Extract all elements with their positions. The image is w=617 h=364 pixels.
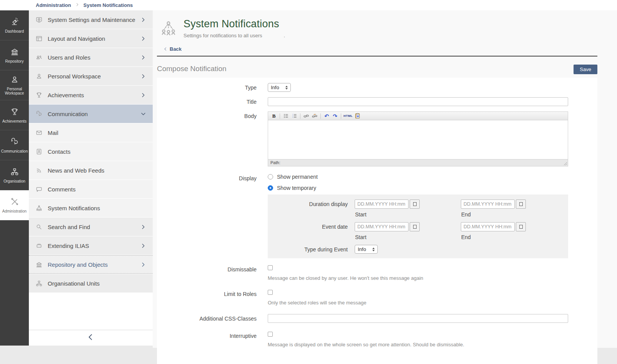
show-permanent-label: Show permanent — [277, 174, 318, 180]
rail-item-achievements[interactable]: Achievements — [0, 100, 29, 130]
menu-item-comments[interactable]: Comments — [29, 180, 153, 198]
toolbar-separator — [341, 113, 341, 119]
chevron-right-icon — [140, 261, 147, 268]
menu-item-communication[interactable]: Communication — [29, 105, 153, 123]
menu-item-search-and-find[interactable]: Search and Find — [29, 218, 153, 236]
menu-item-mail[interactable]: Mail — [29, 123, 153, 142]
achievements-icon — [10, 107, 19, 117]
rail-item-dashboard[interactable]: Dashboard — [0, 10, 29, 40]
title-input[interactable] — [268, 97, 568, 106]
type-during-event-select[interactable]: Info — [355, 245, 378, 254]
rail-item-repository[interactable]: Repository — [0, 40, 29, 70]
menu-item-system-notifications[interactable]: System Notifications — [29, 199, 153, 217]
calendar-button[interactable] — [516, 222, 526, 231]
menu-item-label: Repository and Objects — [48, 261, 140, 268]
menu-item-label: News and Web Feeds — [48, 167, 147, 174]
rail-label: Communication — [1, 149, 28, 153]
back-link[interactable]: Back — [163, 46, 182, 52]
show-temporary-radio[interactable] — [268, 185, 273, 191]
calendar-button[interactable] — [410, 222, 420, 231]
rail-item-administration[interactable]: Administration — [0, 190, 29, 220]
toolbar-separator — [300, 113, 300, 119]
contacts-icon — [35, 148, 43, 155]
menu-item-contacts[interactable]: Contacts — [29, 142, 153, 161]
breadcrumb-administration[interactable]: Administration — [36, 2, 71, 8]
duration-end-input[interactable] — [461, 199, 515, 209]
menu-item-news-web-feeds[interactable]: News and Web Feeds — [29, 161, 153, 180]
menu-item-label: Users and Roles — [48, 54, 140, 61]
mail-icon — [35, 129, 43, 136]
comments-icon — [35, 185, 43, 193]
dismissable-help: Message can be closed by any user. He wo… — [268, 275, 568, 281]
bold-icon[interactable]: B — [270, 113, 278, 120]
menu-item-extending-ilias[interactable]: Extending ILIAS — [29, 236, 153, 255]
menu-item-achievements[interactable]: Achievements — [29, 86, 153, 104]
event-end-caption: End — [461, 234, 527, 240]
editor-toolbar: B ↶ ↷ HTML W — [268, 112, 568, 120]
undo-icon[interactable]: ↶ — [323, 113, 330, 120]
menu-item-label: System Settings and Maintenance — [48, 17, 140, 23]
calendar-button[interactable] — [516, 199, 526, 209]
calendar-button[interactable] — [410, 199, 420, 209]
menu-item-layout-navigation[interactable]: Layout and Navigation — [29, 29, 153, 48]
event-start-input[interactable] — [355, 222, 409, 231]
breadcrumb-system-notifications[interactable]: System Notifications — [83, 2, 133, 8]
remove-link-icon[interactable] — [311, 113, 319, 120]
rail-item-organisation[interactable]: Organisation — [0, 160, 29, 190]
svg-text:W: W — [357, 115, 359, 118]
editor-body[interactable] — [268, 120, 568, 159]
redo-icon[interactable]: ↷ — [331, 113, 339, 120]
menu-item-personal-workspace[interactable]: Personal Workspace — [29, 67, 153, 85]
menu-item-label: Mail — [48, 130, 147, 136]
interruptive-checkbox[interactable] — [268, 332, 273, 337]
org-units-icon — [35, 279, 43, 287]
interruptive-label: Interruptive — [157, 331, 268, 347]
type-during-event-value: Info — [358, 246, 366, 252]
system-notifications-icon — [35, 204, 43, 212]
calendar-icon — [413, 225, 417, 229]
show-permanent-radio[interactable] — [268, 174, 273, 180]
menu-item-label: Layout and Navigation — [48, 35, 140, 42]
calendar-icon — [519, 225, 523, 229]
duration-start-input[interactable] — [355, 199, 409, 209]
dismissable-checkbox[interactable] — [268, 265, 273, 270]
additional-css-input[interactable] — [268, 314, 568, 323]
calendar-icon — [519, 202, 523, 206]
menu-item-label: Achievements — [48, 92, 140, 98]
rail-item-communication[interactable]: Communication — [0, 130, 29, 160]
system-notifications-icon — [160, 20, 177, 37]
back-label: Back — [170, 46, 182, 52]
save-button[interactable]: Save — [574, 65, 597, 74]
insert-link-icon[interactable] — [302, 113, 310, 120]
page-header: System Notifications Settings for notifi… — [157, 15, 597, 45]
chevron-right-icon — [140, 91, 147, 98]
personal-workspace-icon — [35, 72, 43, 80]
news-feeds-icon — [35, 166, 43, 174]
select-arrows-icon — [372, 248, 375, 251]
limit-to-roles-checkbox[interactable] — [268, 290, 273, 295]
html-source-icon[interactable]: HTML — [343, 113, 353, 120]
rich-text-editor: B ↶ ↷ HTML W — [268, 111, 568, 166]
duration-display-label: Duration display — [268, 199, 355, 222]
unordered-list-icon[interactable] — [282, 113, 290, 120]
event-end-input[interactable] — [461, 222, 515, 231]
duration-end-caption: End — [461, 211, 527, 218]
page-subtitle: Settings for notifications to all users. — [183, 33, 285, 38]
interruptive-help: Message is displayed on the whole screen… — [268, 342, 568, 347]
sidebar-collapse-button[interactable] — [29, 330, 153, 346]
ordered-list-icon[interactable] — [290, 113, 298, 120]
menu-item-system-settings[interactable]: System Settings and Maintenance — [29, 10, 153, 29]
editor-resize-handle[interactable] — [563, 161, 567, 165]
editor-path-bar: Path: — [268, 159, 568, 166]
system-settings-icon — [35, 16, 43, 23]
type-select[interactable]: Info — [268, 83, 291, 92]
paste-from-word-icon[interactable]: W — [354, 113, 362, 120]
menu-item-organisational-units[interactable]: Organisational Units — [29, 274, 153, 293]
menu-item-repository-and-objects[interactable]: Repository and Objects — [29, 255, 153, 274]
toolbar-separator — [320, 113, 321, 119]
chevron-down-icon — [140, 110, 147, 117]
rail-label: Organisation — [3, 179, 25, 183]
menu-item-users-roles[interactable]: Users and Roles — [29, 48, 153, 66]
rail-item-personal-workspace[interactable]: Personal Workspace — [0, 70, 29, 100]
admin-menu-panel: System Settings and Maintenance Layout a… — [29, 10, 153, 346]
